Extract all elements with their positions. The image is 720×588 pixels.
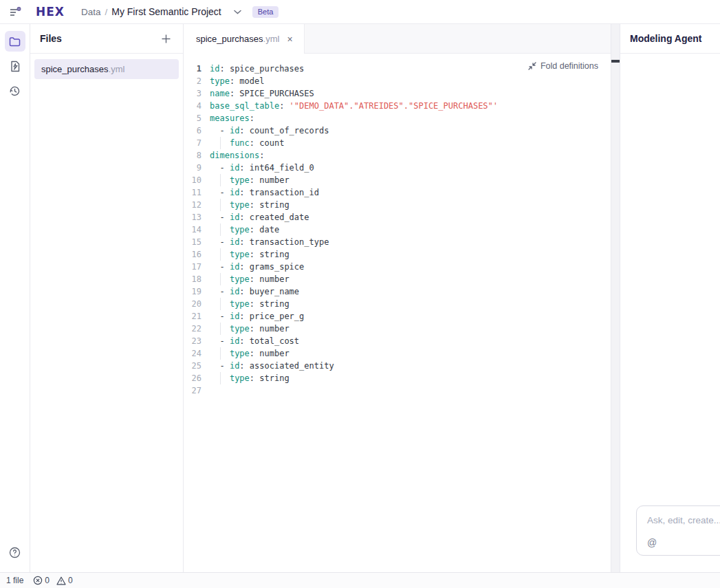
line-number: 11 xyxy=(184,186,201,199)
line-number: 23 xyxy=(184,335,201,347)
line-number: 14 xyxy=(184,224,201,236)
line-number: 18 xyxy=(184,273,201,285)
code-line[interactable]: 13 - id: created_date xyxy=(184,211,611,224)
main-layout: Files spice_purchases.yml spice_purchase… xyxy=(0,24,720,572)
line-number: 2 xyxy=(184,75,201,87)
sidebar-menu-icon[interactable] xyxy=(7,3,23,20)
code-line[interactable]: 9 - id: int64_field_0 xyxy=(184,162,611,174)
line-number: 16 xyxy=(184,248,201,261)
line-number: 25 xyxy=(184,360,201,372)
tab-name: spice_purchases xyxy=(196,34,263,44)
line-number: 5 xyxy=(184,112,201,124)
code-line[interactable]: 8dimensions: xyxy=(184,149,611,162)
line-number: 24 xyxy=(184,347,201,360)
indent-guide xyxy=(220,298,221,310)
chevron-down-icon[interactable] xyxy=(234,10,241,14)
breadcrumb: Data / My First Semantic Project xyxy=(81,6,221,17)
code-lines: 1id: spice_purchases2type: model3name: S… xyxy=(184,54,611,397)
code-line[interactable]: 16 type: string xyxy=(184,248,611,261)
line-number: 7 xyxy=(184,137,201,149)
line-content: - id: associated_entity xyxy=(201,360,334,372)
code-line[interactable]: 14 type: date xyxy=(184,224,611,236)
files-panel-title: Files xyxy=(40,33,62,44)
code-line[interactable]: 11 - id: transaction_id xyxy=(184,186,611,199)
diagnostics[interactable]: 0 0 xyxy=(33,576,72,585)
code-line[interactable]: 24 type: number xyxy=(184,347,611,360)
line-content: type: number xyxy=(201,347,290,360)
file-name: spice_purchases xyxy=(41,64,109,74)
mention-at-button[interactable]: @ xyxy=(647,537,659,548)
agent-input[interactable]: Ask, edit, create... xyxy=(647,515,720,525)
line-number: 12 xyxy=(184,199,201,211)
line-content: base_sql_table: '"DEMO_DATA"."ATREIDES".… xyxy=(201,100,498,112)
project-title[interactable]: My First Semantic Project xyxy=(111,6,221,17)
line-content: type: number xyxy=(201,174,290,186)
line-content: type: model xyxy=(201,75,264,87)
modeling-agent-panel: Modeling Agent Ask, edit, create... @ xyxy=(620,24,720,572)
breadcrumb-separator: / xyxy=(105,7,107,17)
tab-spice-purchases[interactable]: spice_purchases.yml × xyxy=(184,24,305,54)
history-icon[interactable] xyxy=(5,80,25,101)
error-indicator[interactable]: 0 xyxy=(33,576,50,585)
line-content: type: number xyxy=(201,273,290,285)
panel-resize-handle[interactable] xyxy=(611,60,620,63)
indent-guide xyxy=(220,199,221,211)
code-line[interactable]: 20 type: string xyxy=(184,298,611,310)
files-panel: Files spice_purchases.yml xyxy=(30,24,184,572)
add-file-button[interactable] xyxy=(158,31,173,46)
line-content: - id: transaction_type xyxy=(201,236,329,248)
code-line[interactable]: 12 type: string xyxy=(184,199,611,211)
close-icon[interactable]: × xyxy=(285,33,294,45)
breadcrumb-section[interactable]: Data xyxy=(81,7,101,17)
code-line[interactable]: 23 - id: total_cost xyxy=(184,335,611,347)
indent-guide xyxy=(220,347,221,360)
warning-count: 0 xyxy=(68,576,73,585)
line-number: 17 xyxy=(184,261,201,273)
line-number: 15 xyxy=(184,236,201,248)
files-panel-icon[interactable] xyxy=(5,31,25,52)
code-line[interactable]: 4base_sql_table: '"DEMO_DATA"."ATREIDES"… xyxy=(184,100,611,112)
line-content: - id: int64_field_0 xyxy=(201,162,314,174)
indent-guide xyxy=(220,372,221,384)
line-number: 3 xyxy=(184,87,201,100)
line-content: - id: price_per_g xyxy=(201,310,304,323)
code-line[interactable]: 6 - id: count_of_records xyxy=(184,124,611,137)
code-line[interactable]: 25 - id: associated_entity xyxy=(184,360,611,372)
fold-definitions-button[interactable]: Fold definitions xyxy=(528,61,598,71)
status-bar: 1 file 0 0 xyxy=(0,572,720,588)
line-content: id: spice_purchases xyxy=(201,63,304,75)
tab-extension: .yml xyxy=(263,34,280,44)
line-number: 20 xyxy=(184,298,201,310)
line-content: type: string xyxy=(201,248,290,261)
file-extension: .yml xyxy=(109,64,125,74)
code-line[interactable]: 17 - id: grams_spice xyxy=(184,261,611,273)
model-file-icon[interactable] xyxy=(5,56,25,76)
file-list: spice_purchases.yml xyxy=(30,54,183,85)
code-line[interactable]: 26 type: string xyxy=(184,372,611,384)
line-number: 26 xyxy=(184,372,201,384)
warning-indicator[interactable]: 0 xyxy=(56,576,73,585)
code-line[interactable]: 18 type: number xyxy=(184,273,611,285)
line-number: 6 xyxy=(184,124,201,137)
code-line[interactable]: 22 type: number xyxy=(184,323,611,335)
code-line[interactable]: 2type: model xyxy=(184,75,611,87)
modeling-agent-header: Modeling Agent xyxy=(620,24,720,54)
fold-icon xyxy=(528,62,536,70)
hex-logo[interactable]: HEX xyxy=(36,5,65,19)
help-icon[interactable] xyxy=(5,542,25,563)
code-editor[interactable]: 1id: spice_purchases2type: model3name: S… xyxy=(184,54,611,572)
code-line[interactable]: 10 type: number xyxy=(184,174,611,186)
line-number: 27 xyxy=(184,384,201,397)
code-line[interactable]: 19 - id: buyer_name xyxy=(184,285,611,298)
agent-composer[interactable]: Ask, edit, create... @ xyxy=(636,505,720,556)
code-line[interactable]: 3name: SPICE_PURCHASES xyxy=(184,87,611,100)
editor-area: spice_purchases.yml × 1id: spice_purchas… xyxy=(184,24,611,572)
line-content: func: count xyxy=(201,137,284,149)
code-line[interactable]: 5measures: xyxy=(184,112,611,124)
file-item-spice-purchases[interactable]: spice_purchases.yml xyxy=(34,59,179,79)
code-line[interactable]: 27 xyxy=(184,384,611,397)
code-line[interactable]: 21 - id: price_per_g xyxy=(184,310,611,323)
icon-rail xyxy=(0,24,30,572)
code-line[interactable]: 15 - id: transaction_type xyxy=(184,236,611,248)
code-line[interactable]: 7 func: count xyxy=(184,137,611,149)
